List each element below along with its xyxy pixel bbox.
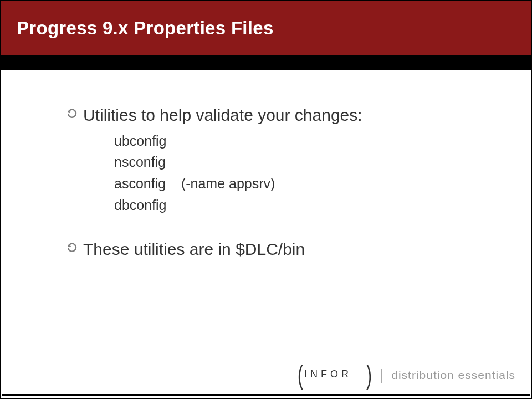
bullet-item: These utilities are in $DLC/bin: [66, 238, 503, 261]
sub-list: ubconfig nsconfig asconfig (-name appsrv…: [114, 130, 503, 216]
bullet-item: Utilities to help validate your changes:: [66, 104, 503, 127]
bullet-arrow-icon: [66, 242, 79, 254]
divider-strip: [1, 55, 531, 70]
footer: ( INFOR ) | distribution essentials: [298, 366, 515, 385]
slide: Progress 9.x Properties Files Utilities …: [0, 0, 532, 399]
slide-title: Progress 9.x Properties Files: [17, 18, 274, 39]
bottom-border: [2, 394, 530, 396]
title-bar: Progress 9.x Properties Files: [1, 1, 531, 55]
infor-logo: ( INFOR ): [298, 366, 372, 385]
logo-paren-right-icon: ): [366, 360, 372, 390]
logo-text: INFOR: [304, 368, 365, 383]
footer-separator: |: [380, 366, 383, 384]
bullet-arrow-icon: [66, 108, 79, 120]
footer-tagline: distribution essentials: [391, 369, 515, 382]
bullet-text: Utilities to help validate your changes:: [83, 104, 362, 127]
svg-text:INFOR: INFOR: [304, 369, 352, 380]
slide-body: Utilities to help validate your changes:…: [1, 70, 531, 398]
bullet-text: These utilities are in $DLC/bin: [83, 238, 305, 261]
logo-paren-left-icon: (: [298, 360, 303, 390]
sub-item: asconfig (-name appsrv): [114, 173, 503, 195]
sub-item: dbconfig: [114, 195, 503, 216]
sub-item: ubconfig: [114, 130, 503, 152]
sub-item: nsconfig: [114, 151, 503, 173]
